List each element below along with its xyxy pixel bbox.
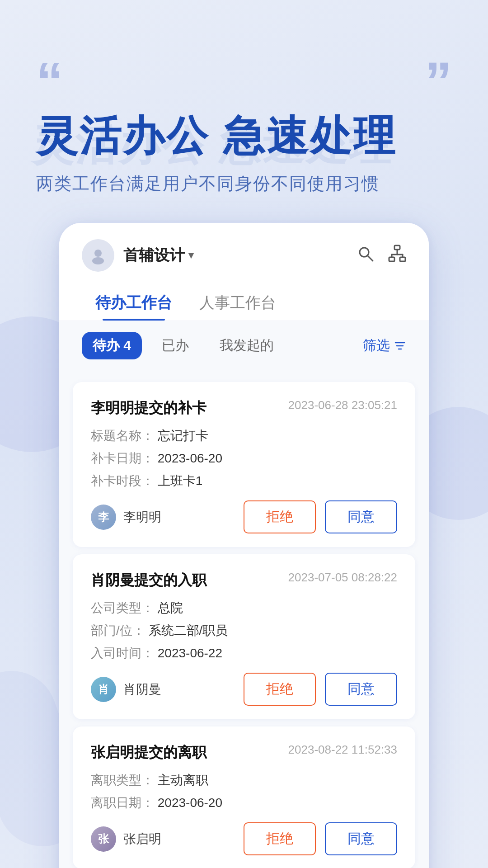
phone-tabs: 待办工作台 人事工作台 [59, 281, 429, 321]
company-name[interactable]: 首辅设计 ▾ [123, 245, 193, 266]
task-field-2-2: 部门/位： 系统二部/职员 [91, 622, 397, 639]
user-name-3: 张启明 [123, 830, 161, 848]
phone-header-left: 首辅设计 ▾ [82, 239, 193, 272]
task-footer-3: 张 张启明 拒绝 同意 [91, 822, 397, 855]
table-row: 李明明提交的补卡 2023-06-28 23:05:21 标题名称： 忘记打卡 … [73, 382, 415, 547]
table-row: 张启明提交的离职 2023-08-22 11:52:33 离职类型： 主动离职 … [73, 726, 415, 868]
task-footer-1: 李 李明明 拒绝 同意 [91, 500, 397, 533]
task-header-1: 李明明提交的补卡 2023-06-28 23:05:21 [91, 398, 397, 418]
quote-marks: “ ” [36, 54, 452, 108]
task-field-2-1: 公司类型： 总院 [91, 599, 397, 617]
task-title-2: 肖阴曼提交的入职 [91, 571, 206, 590]
hero-subtitle: 两类工作台满足用户不同身份不同使用习惯 [36, 172, 452, 195]
approve-button-2[interactable]: 同意 [325, 673, 397, 706]
sub-tabs: 待办 4 已办 我发起的 筛选 [59, 321, 429, 370]
hero-title: 灵活办公 急速处理 [36, 113, 452, 159]
avatar [82, 239, 114, 272]
task-field-1-2: 补卡日期： 2023-06-20 [91, 450, 397, 467]
user-name-1: 李明明 [123, 509, 161, 526]
task-actions-3: 拒绝 同意 [244, 822, 397, 855]
task-footer-2: 肖 肖阴曼 拒绝 同意 [91, 673, 397, 706]
task-title-3: 张启明提交的离职 [91, 743, 206, 763]
org-chart-icon[interactable] [388, 245, 406, 267]
task-field-1-1: 标题名称： 忘记打卡 [91, 427, 397, 444]
task-title-1: 李明明提交的补卡 [91, 398, 206, 418]
task-field-2-3: 入司时间： 2023-06-22 [91, 645, 397, 662]
tab-todo-workspace[interactable]: 待办工作台 [82, 285, 186, 321]
sub-tab-initiated[interactable]: 我发起的 [209, 332, 285, 359]
task-user-1: 李 李明明 [91, 505, 161, 530]
hero-section: “ ” 灵活办公 急速处理 灵活办公 急速处理 两类工作台满足用户不同身份不同使… [0, 0, 488, 222]
task-time-3: 2023-08-22 11:52:33 [288, 743, 397, 757]
task-user-3: 张 张启明 [91, 826, 161, 852]
task-time-2: 2023-07-05 08:28:22 [288, 571, 397, 585]
quote-left-icon: “ [36, 54, 63, 108]
hero-title-wrapper: 灵活办公 急速处理 灵活办公 急速处理 [36, 113, 452, 159]
search-icon[interactable] [357, 245, 375, 267]
user-name-2: 肖阴曼 [123, 681, 161, 698]
task-field-3-1: 离职类型： 主动离职 [91, 772, 397, 789]
reject-button-3[interactable]: 拒绝 [244, 822, 316, 855]
task-actions-1: 拒绝 同意 [244, 500, 397, 533]
dropdown-arrow-icon: ▾ [188, 250, 193, 261]
sub-tab-pending[interactable]: 待办 4 [82, 332, 142, 359]
task-actions-2: 拒绝 同意 [244, 673, 397, 706]
svg-line-3 [368, 256, 373, 261]
reject-button-1[interactable]: 拒绝 [244, 500, 316, 533]
svg-point-1 [92, 257, 104, 264]
task-field-1-3: 补卡时段： 上班卡1 [91, 472, 397, 490]
filter-button[interactable]: 筛选 [363, 336, 406, 355]
svg-point-0 [94, 250, 102, 257]
approve-button-3[interactable]: 同意 [325, 822, 397, 855]
avatar-2: 肖 [91, 677, 116, 702]
phone-header: 首辅设计 ▾ [59, 223, 429, 281]
task-header-3: 张启明提交的离职 2023-08-22 11:52:33 [91, 743, 397, 763]
reject-button-2[interactable]: 拒绝 [244, 673, 316, 706]
sub-tab-done[interactable]: 已办 [151, 332, 200, 359]
avatar-1: 李 [91, 505, 116, 530]
task-field-3-2: 离职日期： 2023-06-20 [91, 794, 397, 811]
avatar-3: 张 [91, 826, 116, 852]
task-header-2: 肖阴曼提交的入职 2023-07-05 08:28:22 [91, 571, 397, 590]
table-row: 肖阴曼提交的入职 2023-07-05 08:28:22 公司类型： 总院 部门… [73, 554, 415, 719]
user-icon [89, 246, 107, 264]
phone-mockup: 首辅设计 ▾ [59, 222, 429, 868]
task-user-2: 肖 肖阴曼 [91, 677, 161, 702]
tab-hr-workspace[interactable]: 人事工作台 [186, 285, 290, 321]
approve-button-1[interactable]: 同意 [325, 500, 397, 533]
task-time-1: 2023-06-28 23:05:21 [288, 398, 397, 412]
quote-right-icon: ” [425, 54, 452, 108]
phone-header-right [357, 245, 406, 267]
phone-mockup-wrapper: 首辅设计 ▾ [0, 222, 488, 868]
task-list: 李明明提交的补卡 2023-06-28 23:05:21 标题名称： 忘记打卡 … [59, 370, 429, 868]
